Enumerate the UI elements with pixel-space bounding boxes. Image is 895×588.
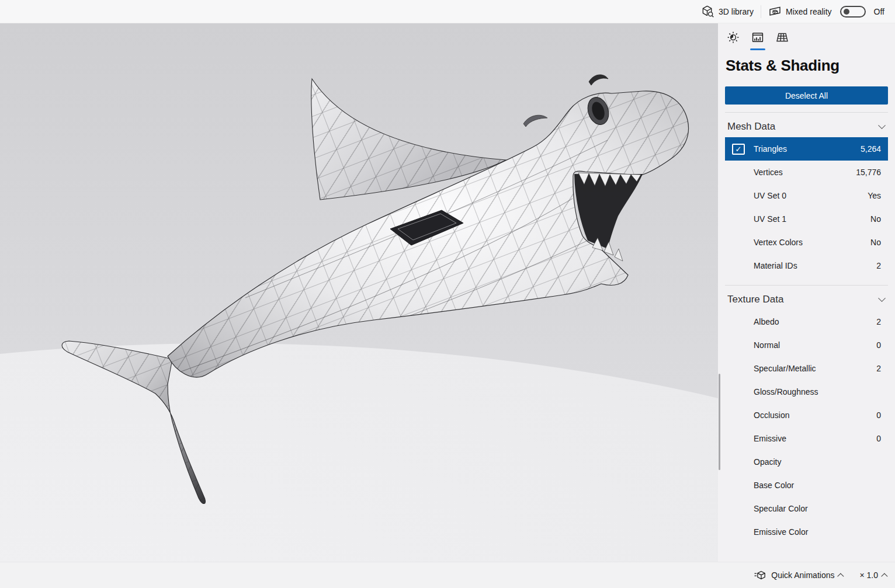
- tab-environment[interactable]: [726, 30, 740, 50]
- stat-label: Vertex Colors: [754, 238, 803, 247]
- chevron-up-icon: [881, 573, 887, 579]
- panel-title: Stats & Shading: [726, 57, 888, 75]
- stat-row-specular-color[interactable]: Specular Color: [725, 497, 888, 520]
- 3d-library-icon: [701, 5, 714, 18]
- stat-row-opacity[interactable]: Opacity: [725, 450, 888, 474]
- stat-row-base-color[interactable]: Base Color: [725, 474, 888, 497]
- toggle-knob: [844, 9, 849, 15]
- tab-grid[interactable]: [775, 30, 789, 50]
- checkbox-placeholder: [732, 167, 745, 178]
- stat-value: 15,776: [856, 168, 881, 177]
- checkbox-placeholder: [732, 214, 745, 225]
- quick-animations-icon: [753, 569, 766, 581]
- mixed-reality-toggle[interactable]: [840, 6, 866, 18]
- checkbox-placeholder: [732, 527, 745, 538]
- panel-sections: Mesh Data✓Triangles5,264Vertices15,776UV…: [725, 112, 888, 544]
- stat-row-uv-set-1[interactable]: UV Set 1No: [725, 207, 888, 231]
- chevron-down-icon: [878, 294, 886, 302]
- 3d-library-label: 3D library: [719, 7, 754, 16]
- stat-value: No: [870, 238, 881, 247]
- stat-value: 2: [876, 317, 881, 326]
- checkbox-placeholder: [732, 387, 745, 398]
- perspective-grid-icon: [775, 30, 789, 44]
- stat-value: No: [870, 214, 881, 224]
- 3d-viewer-app: 3D library Mixed reality Off: [0, 0, 895, 588]
- animation-speed-label: × 1.0: [859, 570, 878, 580]
- 3d-library-button[interactable]: 3D library: [694, 5, 761, 18]
- section-header-mesh-data[interactable]: Mesh Data: [725, 113, 888, 137]
- stat-row-occlusion[interactable]: Occlusion0: [725, 403, 888, 427]
- stat-label: Emissive: [754, 434, 786, 443]
- mixed-reality-label: Mixed reality: [786, 7, 832, 16]
- stat-value: Yes: [868, 191, 881, 200]
- stat-value: 0: [876, 410, 881, 420]
- section-header-texture-data[interactable]: Texture Data: [725, 286, 888, 310]
- checkbox-placeholder: [732, 260, 745, 272]
- mixed-reality-icon: [768, 5, 782, 18]
- stat-label: Albedo: [754, 317, 779, 326]
- stat-value: 2: [876, 261, 881, 270]
- stat-value: 5,264: [861, 144, 881, 154]
- checkbox-placeholder: [732, 480, 745, 491]
- quick-animations-button[interactable]: Quick Animations: [753, 569, 844, 581]
- chevron-down-icon: [878, 121, 886, 129]
- checkbox-checked-icon[interactable]: ✓: [732, 144, 745, 155]
- shark-wireframe-model: [0, 23, 718, 562]
- checkbox-placeholder: [732, 316, 745, 328]
- toggle-state-label: Off: [874, 7, 884, 16]
- checkbox-placeholder: [732, 363, 745, 374]
- stat-row-emissive[interactable]: Emissive0: [725, 427, 888, 450]
- checkbox-placeholder: [732, 237, 745, 248]
- checkbox-placeholder: [732, 433, 745, 444]
- checkbox-placeholder: [732, 410, 745, 421]
- stat-label: UV Set 0: [754, 191, 786, 200]
- stat-row-albedo[interactable]: Albedo2: [725, 310, 888, 333]
- stat-label: UV Set 1: [754, 214, 786, 224]
- stats-panel: Stats & Shading Deselect All Mesh Data✓T…: [718, 23, 895, 562]
- stat-label: Opacity: [754, 457, 781, 467]
- checkbox-placeholder: [732, 190, 745, 201]
- stat-row-emissive-color[interactable]: Emissive Color: [725, 520, 888, 544]
- stat-row-vertices[interactable]: Vertices15,776: [725, 161, 888, 184]
- checkbox-placeholder: [732, 503, 745, 514]
- stat-row-normal[interactable]: Normal0: [725, 333, 888, 357]
- checkbox-placeholder: [732, 457, 745, 468]
- stat-label: Specular/Metallic: [754, 364, 816, 373]
- panel-tabs: [725, 23, 888, 50]
- stat-label: Gloss/Roughness: [754, 387, 818, 396]
- stat-label: Triangles: [754, 144, 787, 154]
- animation-speed-button[interactable]: × 1.0: [859, 570, 888, 580]
- stat-label: Emissive Color: [754, 527, 808, 537]
- section-label: Texture Data: [727, 294, 783, 305]
- stat-label: Normal: [754, 340, 780, 350]
- stat-value: 0: [876, 340, 881, 350]
- mixed-reality-button[interactable]: Mixed reality: [761, 5, 839, 18]
- stat-row-specular-metallic[interactable]: Specular/Metallic2: [725, 357, 888, 380]
- stat-row-gloss-roughness[interactable]: Gloss/Roughness: [725, 380, 888, 403]
- 3d-viewport[interactable]: [0, 23, 718, 562]
- stat-value: 2: [876, 364, 881, 373]
- section-label: Mesh Data: [727, 121, 775, 133]
- tab-indicator-selected: [750, 48, 765, 50]
- stat-label: Base Color: [754, 481, 794, 490]
- quick-animations-label: Quick Animations: [771, 570, 834, 580]
- sun-icon: [726, 30, 740, 44]
- stat-label: Material IDs: [754, 261, 797, 270]
- checkbox-placeholder: [732, 340, 745, 351]
- stat-label: Vertices: [754, 168, 783, 177]
- stat-value: 0: [876, 434, 881, 443]
- stat-row-triangles[interactable]: ✓Triangles5,264: [725, 137, 888, 161]
- titlebar: 3D library Mixed reality Off: [0, 0, 895, 23]
- stat-row-material-ids[interactable]: Material IDs2: [725, 254, 888, 277]
- stat-label: Occlusion: [754, 410, 789, 420]
- tab-stats-shading[interactable]: [751, 30, 765, 50]
- chevron-up-icon: [838, 573, 844, 579]
- stat-label: Specular Color: [754, 504, 808, 513]
- stats-chart-icon: [751, 30, 765, 44]
- deselect-all-button[interactable]: Deselect All: [725, 86, 888, 105]
- bottombar: Quick Animations × 1.0: [0, 562, 895, 588]
- panel-scrollbar[interactable]: [719, 374, 720, 470]
- stat-row-vertex-colors[interactable]: Vertex ColorsNo: [725, 231, 888, 254]
- stat-row-uv-set-0[interactable]: UV Set 0Yes: [725, 184, 888, 207]
